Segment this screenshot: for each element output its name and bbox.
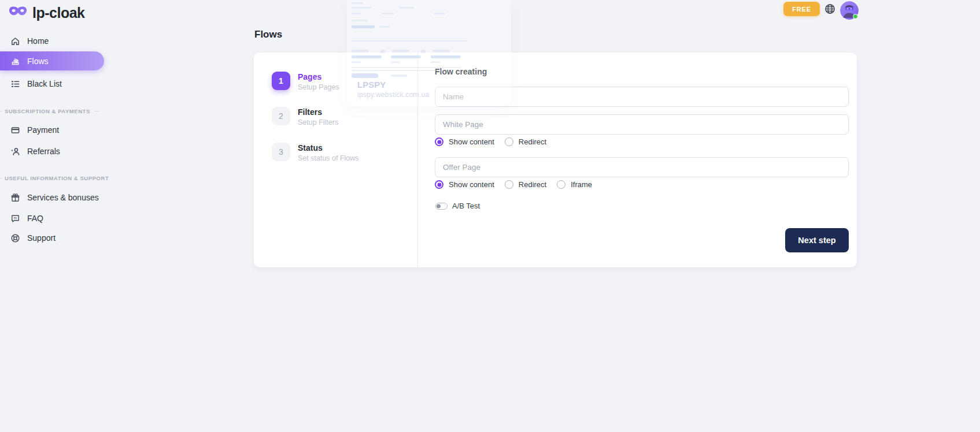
- step-subtitle: Setup Pages: [298, 83, 339, 91]
- step-number: 3: [272, 143, 290, 161]
- flow-creating-panel: 1 Pages Setup Pages 2 Filters Setup Filt…: [254, 53, 857, 267]
- panel-divider: [417, 53, 418, 267]
- gift-icon: [10, 193, 20, 203]
- next-step-button[interactable]: Next step: [785, 228, 849, 252]
- radio-icon: [557, 180, 565, 189]
- offer-page-radio-redirect[interactable]: Redirect: [505, 180, 546, 189]
- stepper-step-pages[interactable]: 1 Pages Setup Pages: [272, 72, 339, 91]
- sidebar-item-label: FAQ: [27, 214, 43, 223]
- lifebuoy-icon: [10, 233, 20, 243]
- step-title: Pages: [298, 72, 339, 81]
- faq-bubble-icon: ?!: [10, 214, 20, 224]
- user-avatar[interactable]: [840, 1, 859, 20]
- sidebar-item-label: Payment: [27, 125, 59, 135]
- sidebar-item-flows[interactable]: Flows: [0, 51, 104, 70]
- language-globe-icon[interactable]: [824, 3, 835, 14]
- offer-page-input[interactable]: [435, 157, 849, 177]
- step-number: 1: [272, 72, 290, 90]
- sidebar-item-support[interactable]: Support: [0, 228, 104, 248]
- sidebar-item-black-list[interactable]: Black List: [0, 74, 104, 94]
- step-title: Status: [298, 143, 359, 152]
- name-input[interactable]: [435, 87, 849, 107]
- step-subtitle: Set status of Flows: [298, 154, 359, 162]
- online-status-dot: [853, 14, 858, 19]
- white-page-radio-group: Show content Redirect: [435, 137, 546, 146]
- sidebar-item-label: Referrals: [27, 147, 60, 156]
- step-subtitle: Setup Filters: [298, 118, 338, 126]
- sidebar-item-label: Flows: [27, 57, 49, 66]
- step-number: 2: [272, 107, 290, 125]
- ab-test-label: A/B Test: [452, 202, 480, 210]
- ab-test-toggle[interactable]: [435, 203, 448, 210]
- offer-page-radio-iframe[interactable]: Iframe: [557, 180, 592, 189]
- svg-text:?!: ?!: [13, 215, 17, 219]
- list-icon: [10, 79, 20, 89]
- radio-icon: [505, 137, 513, 146]
- white-page-radio-redirect[interactable]: Redirect: [505, 137, 546, 146]
- sidebar: Home Flows Black List SUBSCRIPTION & PAY…: [0, 0, 104, 432]
- offer-page-radio-show-content[interactable]: Show content: [435, 180, 494, 189]
- sidebar-item-payment[interactable]: Payment: [0, 120, 104, 140]
- plan-badge[interactable]: FREE: [783, 2, 820, 16]
- stepper-step-filters[interactable]: 2 Filters Setup Filters: [272, 107, 338, 126]
- step-title: Filters: [298, 107, 338, 117]
- ab-test-toggle-row[interactable]: A/B Test: [435, 202, 480, 210]
- flows-stack-icon: [10, 56, 20, 66]
- page-title: Flows: [254, 29, 282, 40]
- form-title: Flow creating: [435, 67, 487, 76]
- radio-icon: [505, 180, 513, 189]
- sidebar-item-label: Black List: [27, 79, 62, 88]
- white-page-input[interactable]: [435, 114, 849, 135]
- radio-icon: [435, 180, 443, 189]
- sidebar-item-faq[interactable]: ?! FAQ: [0, 208, 104, 228]
- sidebar-item-label: Support: [27, 233, 56, 243]
- white-page-radio-show-content[interactable]: Show content: [435, 137, 494, 146]
- radio-icon: [435, 137, 443, 146]
- sidebar-section-subscription: SUBSCRIPTION & PAYMENTS: [0, 107, 104, 115]
- sidebar-item-services[interactable]: Services & bonuses: [0, 188, 104, 207]
- sidebar-item-label: Services & bonuses: [27, 193, 99, 202]
- offer-page-radio-group: Show content Redirect Iframe: [435, 180, 592, 189]
- referrals-person-icon: [10, 147, 20, 157]
- credit-card-icon: [10, 125, 20, 135]
- home-icon: [10, 36, 20, 46]
- sidebar-item-label: Home: [27, 36, 49, 46]
- sidebar-section-useful: USEFUL INFORMATION & SUPPORT: [0, 174, 104, 182]
- stepper-step-status[interactable]: 3 Status Set status of Flows: [272, 143, 359, 162]
- sidebar-item-home[interactable]: Home: [0, 31, 104, 51]
- sidebar-item-referrals[interactable]: Referrals: [0, 141, 104, 161]
